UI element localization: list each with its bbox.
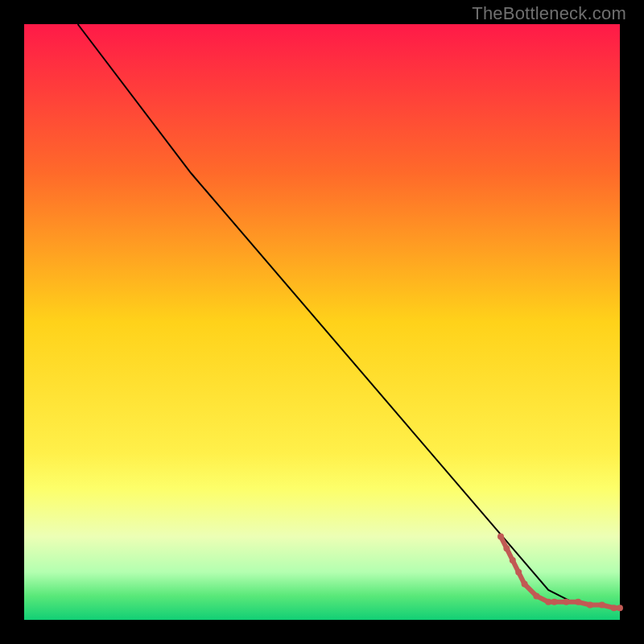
marker-dot (611, 605, 617, 611)
bottleneck-curve (78, 24, 620, 608)
marker-dot (497, 533, 504, 539)
marker-dot (617, 605, 623, 611)
marker-dot (587, 602, 593, 609)
chart-frame: TheBottleneck.com (0, 0, 644, 644)
foreground-layer (24, 24, 620, 620)
marker-dot (545, 599, 551, 605)
marker-dot (503, 545, 510, 551)
watermark-text: TheBottleneck.com (472, 3, 626, 24)
marker-dot (510, 557, 516, 564)
plot-area (24, 24, 620, 620)
marker-dot (533, 592, 539, 599)
marker-dot (599, 602, 605, 609)
marker-dot (515, 569, 522, 576)
marker-dot (522, 581, 528, 588)
marker-dot (575, 599, 581, 605)
marker-dot (551, 599, 558, 605)
marker-group (497, 533, 623, 611)
marker-dot (563, 599, 569, 605)
